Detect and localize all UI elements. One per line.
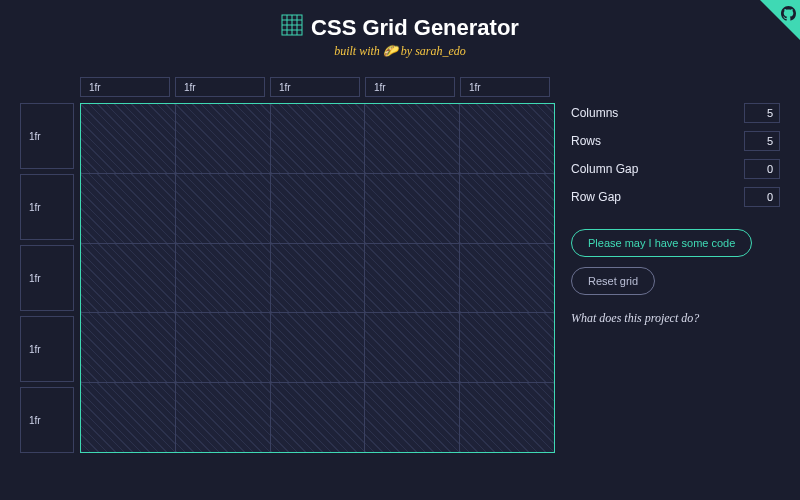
grid-cell[interactable] (365, 383, 459, 452)
grid-cell[interactable] (176, 174, 270, 243)
github-corner[interactable] (760, 0, 800, 40)
page-title: CSS Grid Generator (281, 14, 519, 42)
grid-cell[interactable] (460, 244, 554, 313)
rows-input[interactable] (744, 131, 780, 151)
grid-cell[interactable] (271, 383, 365, 452)
title-text: CSS Grid Generator (311, 15, 519, 41)
rows-control: Rows (571, 131, 780, 151)
grid-cell[interactable] (365, 104, 459, 173)
row-track-5[interactable] (20, 387, 74, 453)
row-track-inputs (20, 103, 74, 453)
column-track-inputs (80, 77, 555, 97)
columns-control: Columns (571, 103, 780, 123)
grid-cell[interactable] (176, 244, 270, 313)
grid-cell[interactable] (460, 383, 554, 452)
grid-cell[interactable] (81, 174, 175, 243)
header: CSS Grid Generator built with 🌮 by sarah… (0, 0, 800, 59)
grid-cell[interactable] (271, 244, 365, 313)
grid-cell[interactable] (365, 313, 459, 382)
col-track-4[interactable] (365, 77, 455, 97)
grid-cell[interactable] (460, 313, 554, 382)
grid-cell[interactable] (460, 104, 554, 173)
rows-label: Rows (571, 134, 601, 148)
grid-cell[interactable] (271, 174, 365, 243)
row-track-4[interactable] (20, 316, 74, 382)
column-gap-input[interactable] (744, 159, 780, 179)
info-link[interactable]: What does this project do? (571, 311, 780, 326)
grid-cell[interactable] (176, 313, 270, 382)
grid-cell[interactable] (176, 383, 270, 452)
grid-cell[interactable] (81, 104, 175, 173)
column-gap-control: Column Gap (571, 159, 780, 179)
grid-icon (281, 14, 303, 42)
grid-cell[interactable] (81, 313, 175, 382)
grid-cell[interactable] (271, 104, 365, 173)
col-track-2[interactable] (175, 77, 265, 97)
subtitle: built with 🌮 by sarah_edo (0, 44, 800, 59)
col-track-1[interactable] (80, 77, 170, 97)
reset-grid-button[interactable]: Reset grid (571, 267, 655, 295)
row-track-3[interactable] (20, 245, 74, 311)
taco-icon: 🌮 (383, 44, 398, 59)
grid-preview (80, 103, 555, 453)
controls-panel: Columns Rows Column Gap Row Gap Please m… (571, 77, 780, 453)
github-icon (781, 6, 796, 21)
grid-cell[interactable] (81, 244, 175, 313)
row-gap-control: Row Gap (571, 187, 780, 207)
generate-code-button[interactable]: Please may I have some code (571, 229, 752, 257)
row-gap-input[interactable] (744, 187, 780, 207)
grid-cell[interactable] (176, 104, 270, 173)
columns-label: Columns (571, 106, 618, 120)
grid-cell[interactable] (81, 383, 175, 452)
row-track-2[interactable] (20, 174, 74, 240)
columns-input[interactable] (744, 103, 780, 123)
grid-cell[interactable] (365, 244, 459, 313)
row-gap-label: Row Gap (571, 190, 621, 204)
col-track-3[interactable] (270, 77, 360, 97)
row-track-1[interactable] (20, 103, 74, 169)
grid-builder (20, 77, 555, 453)
grid-cell[interactable] (271, 313, 365, 382)
col-track-5[interactable] (460, 77, 550, 97)
column-gap-label: Column Gap (571, 162, 638, 176)
grid-cell[interactable] (460, 174, 554, 243)
grid-cell[interactable] (365, 174, 459, 243)
